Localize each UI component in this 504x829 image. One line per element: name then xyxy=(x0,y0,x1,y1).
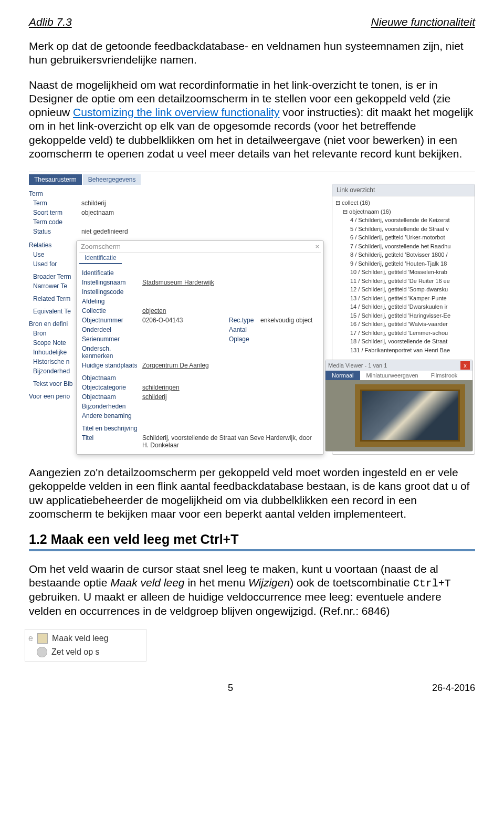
zoom-title: Zoomscherm xyxy=(81,243,121,250)
screenshot-adlib: Thesaurusterm Beheergegevens Term Term S… xyxy=(29,172,475,455)
section-1.2-heading: 1.2 Maak een veld leeg met Ctrl+T xyxy=(29,532,475,551)
ctrl-t-code: Ctrl+T xyxy=(413,578,451,590)
lock-icon xyxy=(37,647,47,657)
page-footer: 5 26-4-2016 xyxy=(29,683,475,694)
tree-item[interactable]: 14 / Schilderij, getiteld 'Dwarskuulen i… xyxy=(335,302,471,311)
page-date: 26-4-2016 xyxy=(432,683,475,694)
tree-item[interactable]: 6 / Schilderij, getiteld 'Urker-motorbot xyxy=(335,233,471,242)
paragraph-3: Aangezien zo'n detailzoomscherm per geko… xyxy=(29,466,475,521)
panel-title: Link overzicht xyxy=(332,184,475,196)
tree-item[interactable]: 18 / Schilderij, voorstellende de Straat xyxy=(335,337,471,346)
tree-node[interactable]: ⊟ objectnaam (16) xyxy=(335,207,471,216)
menu-item-zet-veld[interactable]: Zet veld op s xyxy=(25,645,146,659)
tree-item[interactable]: 4 / Schilderij, voorstellende de Keizers… xyxy=(335,216,471,225)
tree-item[interactable]: 16 / Schilderij, getiteld 'Walvis-vaarde… xyxy=(335,320,471,329)
media-viewer-title: Media Viewer - 1 van 1 xyxy=(328,362,387,369)
labels-column: Term Term Soort term Term code Status Re… xyxy=(29,189,76,455)
tab-thesaurusterm[interactable]: Thesaurusterm xyxy=(29,174,82,185)
tree-item[interactable]: 17 / Schilderij, getiteld 'Lemmer-schou xyxy=(335,329,471,338)
tree-item[interactable]: 9 / Schilderij, getiteld 'Houten-Tjalk 1… xyxy=(335,259,471,268)
menu-item-maak-veld-leeg[interactable]: e Maak veld leeg xyxy=(25,632,146,645)
tree-item[interactable]: 13 / Schilderij, getiteld 'Kamper-Punte xyxy=(335,294,471,303)
zoom-tab-identificatie[interactable]: Identificatie xyxy=(79,253,122,264)
tree-item[interactable]: 15 / Schilderij, getiteld 'Haringvisser-… xyxy=(335,311,471,320)
tab-miniatuur[interactable]: Miniatuurweergaven xyxy=(360,371,425,380)
tab-beheergegevens[interactable]: Beheergegevens xyxy=(83,174,141,185)
tree-item[interactable]: 12 / Schilderij, getiteld 'Somp-dwarsku xyxy=(335,285,471,294)
tree-item[interactable]: 11 / Schilderij, getiteld 'De Ruiter 16 … xyxy=(335,277,471,286)
paragraph-2: Naast de mogelijkheid om wat recordinfor… xyxy=(29,78,475,161)
close-icon[interactable]: x xyxy=(460,361,470,370)
page-number: 5 xyxy=(228,683,233,694)
customizing-link[interactable]: Customizing the link overview functional… xyxy=(73,106,279,118)
tree-item[interactable]: 10 / Schilderij, getiteld 'Mosselen-krab xyxy=(335,268,471,277)
paragraph-4: Om het veld waarin de cursor staat snel … xyxy=(29,562,475,618)
values-column: schilderij objectnaam niet gedefinieerd … xyxy=(81,189,324,455)
tree-node[interactable]: ⊟ collect (16) xyxy=(335,198,471,207)
tab-normaal[interactable]: Normaal xyxy=(326,371,360,380)
painting-image xyxy=(326,380,472,451)
page-header: Adlib 7.3 Nieuwe functionaliteit xyxy=(29,16,475,28)
tree-item[interactable]: 5 / Schilderij, voorstellende de Straat … xyxy=(335,225,471,234)
header-right: Nieuwe functionaliteit xyxy=(371,16,475,28)
tree-item[interactable]: 8 / Schilderij, getiteld 'Botvisser 1800… xyxy=(335,250,471,259)
zoomscherm-dialog: Zoomscherm × Identificatie Identificatie… xyxy=(76,240,324,455)
paragraph-1: Merk op dat de getoonde feedbackdatabase… xyxy=(29,39,475,67)
tree-item[interactable]: 131 / Fabrikantenportret van Henri Bae xyxy=(335,346,471,355)
tab-filmstrook[interactable]: Filmstrook xyxy=(425,371,464,380)
media-viewer: Media Viewer - 1 van 1 x Normaal Miniatu… xyxy=(325,360,473,452)
header-left: Adlib 7.3 xyxy=(29,16,72,28)
tree-item[interactable]: 7 / Schilderij, voorstellende het Raadhu xyxy=(335,242,471,251)
close-icon[interactable]: × xyxy=(315,243,319,250)
clear-field-icon xyxy=(37,633,48,644)
menu-screenshot: e Maak veld leeg Zet veld op s xyxy=(25,629,146,662)
